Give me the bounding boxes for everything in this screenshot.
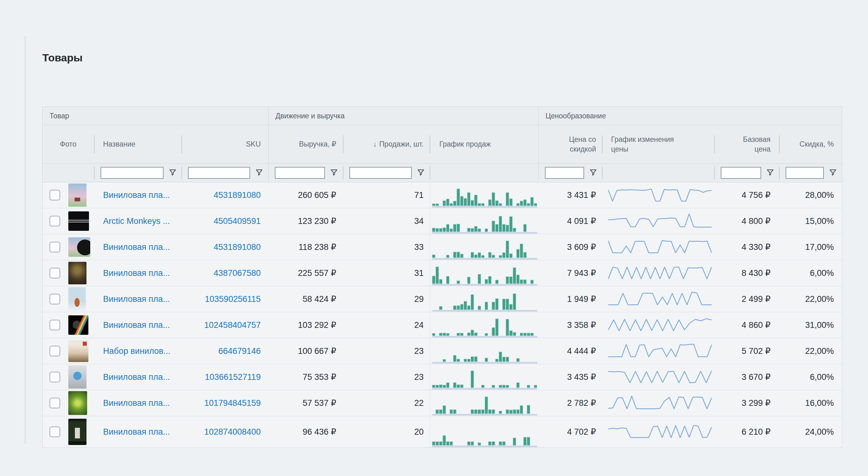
sales-bar-chart [432,213,537,234]
product-photo[interactable] [68,262,87,284]
discount-pct-filter-funnel-button[interactable] [828,168,838,177]
product-name-link[interactable]: Arctic Monkeys ... [103,216,170,226]
sku-filter-funnel-button[interactable] [254,168,264,177]
column-header-photo[interactable]: Фото [42,125,94,164]
sales-sparkline-cell [430,416,538,447]
sales-value: 29 [343,286,430,312]
funnel-icon [416,168,425,177]
product-name-link[interactable]: Виниловая пла... [103,427,170,437]
column-header-sku[interactable]: SKU [182,125,268,164]
base-price-value: 2 499 ₽ [714,286,779,312]
sales-bar-chart [432,291,537,312]
price-sparkline-cell [602,390,714,416]
price-line-chart [608,342,712,360]
product-name-link[interactable]: Виниловая пла... [103,320,170,330]
column-header-name[interactable]: Название [94,125,182,164]
row-checkbox[interactable] [50,268,60,278]
product-sku-link[interactable]: 4531891080 [214,191,261,200]
product-photo[interactable] [68,391,87,415]
discount-price-filter-input[interactable] [545,167,584,179]
product-name-link[interactable]: Виниловая пла... [103,268,170,278]
price-sparkline-cell [602,208,714,234]
product-sku-link[interactable]: 101794845159 [204,398,261,408]
product-cell [42,338,94,364]
product-sku-cell: 664679146 [182,338,268,364]
product-sku-cell: 4387067580 [182,260,268,286]
row-checkbox[interactable] [50,216,60,227]
product-photo[interactable] [68,315,88,335]
row-checkbox[interactable] [50,372,60,382]
column-header-sales[interactable]: ↓ Продажи, шт. [343,125,430,164]
product-sku-link[interactable]: 664679146 [218,346,261,356]
sales-filter-input[interactable] [349,167,412,179]
filter-cell-discount-pct [779,164,842,182]
product-sku-link[interactable]: 103661527119 [205,372,261,382]
discount-pct-filter-input[interactable] [785,167,824,179]
product-name-link[interactable]: Набор винилов... [103,346,170,356]
base-price-filter-funnel-button[interactable] [766,168,775,177]
product-photo[interactable] [68,287,86,311]
revenue-value: 260 605 ₽ [268,182,343,208]
table-row: Виниловая пла... 102458404757 103 292 ₽ … [42,312,842,338]
product-sku-link[interactable]: 103590256115 [205,294,261,304]
product-sku-link[interactable]: 4531891080 [214,242,261,252]
column-header-discount-price[interactable]: Цена со скидкой [538,125,602,164]
sales-bar-chart [432,239,537,260]
discount-pct-value: 16,00% [779,390,842,416]
name-filter-input[interactable] [101,167,163,179]
base-price-filter-input[interactable] [721,167,761,179]
base-price-value: 8 430 ₽ [714,260,779,286]
product-name-link[interactable]: Виниловая пла... [103,191,170,200]
funnel-icon [589,168,597,177]
discount-price-filter-funnel-button[interactable] [588,168,598,177]
discount-pct-value: 22,00% [779,338,842,364]
product-photo[interactable] [68,419,87,445]
sku-filter-input[interactable] [188,167,250,179]
product-photo[interactable] [68,340,88,362]
product-name-link[interactable]: Виниловая пла... [103,242,170,252]
sales-value: 20 [343,416,430,447]
row-checkbox[interactable] [50,190,60,200]
base-price-value: 5 702 ₽ [714,338,779,364]
product-sku-cell: 4531891080 [182,234,268,260]
product-sku-link[interactable]: 4505409591 [214,216,261,226]
row-checkbox[interactable] [50,242,60,252]
product-sku-link[interactable]: 102458404757 [204,320,261,330]
row-checkbox[interactable] [50,427,60,437]
row-checkbox[interactable] [50,320,60,330]
product-photo[interactable] [68,183,87,207]
table-row: Виниловая пла... 4531891080 260 605 ₽ 71… [42,182,842,208]
product-name-link[interactable]: Виниловая пла... [103,398,170,408]
product-photo[interactable] [68,211,89,231]
column-header-discount-pct[interactable]: Скидка, % [779,125,842,164]
column-header-price-chart[interactable]: График изменения цены [602,125,714,164]
product-photo[interactable] [68,237,90,257]
price-line-chart [608,212,712,230]
discount-price-value: 4 091 ₽ [538,208,602,234]
sales-sparkline-cell [430,364,538,390]
sales-filter-funnel-button[interactable] [416,168,426,177]
product-cell [42,260,94,286]
group-header-pricing: Ценообразование [538,107,842,125]
product-photo[interactable] [68,366,87,388]
price-sparkline-cell [602,312,714,338]
funnel-icon [168,168,177,177]
product-cell [42,416,94,447]
revenue-filter-funnel-button[interactable] [329,168,339,177]
table-body: Виниловая пла... 4531891080 260 605 ₽ 71… [42,182,842,447]
product-name-cell: Виниловая пла... [94,364,182,390]
revenue-filter-input[interactable] [275,167,325,179]
row-checkbox[interactable] [50,398,60,408]
product-name-link[interactable]: Виниловая пла... [103,372,170,382]
row-checkbox[interactable] [50,294,60,304]
name-filter-funnel-button[interactable] [168,168,177,177]
product-name-link[interactable]: Виниловая пла... [103,294,170,304]
product-sku-link[interactable]: 102874008400 [204,427,261,437]
discount-pct-value: 6,00% [779,364,842,390]
product-sku-link[interactable]: 4387067580 [214,268,261,278]
column-header-base-price[interactable]: Базовая цена [714,125,779,164]
row-checkbox[interactable] [50,346,60,356]
column-header-sales-chart[interactable]: График продаж [430,125,538,164]
column-header-revenue[interactable]: Выручка, ₽ [268,125,343,164]
product-sku-cell: 102458404757 [182,312,268,338]
